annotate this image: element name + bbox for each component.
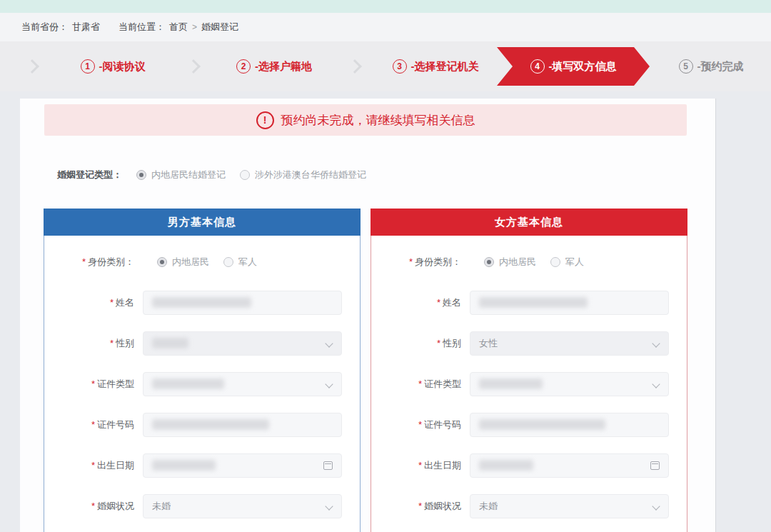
- groom-name-label: *姓名: [44, 296, 143, 309]
- bride-name-label: *姓名: [371, 296, 470, 309]
- required-asterisk: *: [437, 297, 440, 308]
- groom-name-input[interactable]: [143, 291, 342, 315]
- chevron-down-icon: [325, 380, 333, 388]
- groom-id-type-redacted-value: [152, 378, 224, 389]
- bride-gender-row: *性别女性: [371, 323, 687, 363]
- groom-identity-type-row: *身份类别：内地居民军人: [44, 241, 360, 282]
- groom-identity-type-option-1-label: 内地居民: [172, 256, 209, 268]
- step-3: 3-选择登记机关: [381, 59, 490, 74]
- bride-id-type-select[interactable]: [470, 372, 669, 396]
- bride-marital-status-row: *婚姻状况未婚: [371, 486, 687, 526]
- step-1-number-badge: 1: [81, 59, 95, 74]
- groom-birth-date-label: *出生日期: [44, 459, 143, 472]
- bride-gender-label: *性别: [371, 337, 470, 350]
- bride-name-input[interactable]: [470, 291, 669, 315]
- bride-identity-type-option-1-label: 内地居民: [499, 256, 536, 268]
- bride-id-number-input[interactable]: [470, 413, 669, 437]
- current-province-label: 当前省份：: [21, 21, 68, 34]
- step-2-label: -选择户籍地: [255, 60, 312, 74]
- groom-name-row: *姓名: [44, 282, 360, 323]
- bride-panel-title: 女方基本信息: [371, 209, 687, 236]
- groom-marital-status-label: *婚姻状况: [44, 500, 143, 513]
- required-asterisk: *: [91, 419, 95, 430]
- groom-panel-body: *身份类别：内地居民军人*姓名*性别*证件类型*证件号码*出生日期*婚姻状况未婚: [44, 236, 360, 532]
- registration-type-row: 婚姻登记类型： 内地居民结婚登记涉外涉港澳台华侨结婚登记: [57, 169, 366, 181]
- registration-type-option-1[interactable]: 内地居民结婚登记: [136, 169, 226, 181]
- required-asterisk: *: [110, 338, 114, 348]
- bride-identity-type-option-2[interactable]: 军人: [550, 256, 584, 268]
- chevron-down-icon: [652, 380, 660, 388]
- groom-identity-type-option-1[interactable]: 内地居民: [157, 256, 209, 268]
- bride-marital-status-select[interactable]: 未婚: [470, 494, 669, 518]
- groom-gender-redacted-value: [152, 338, 188, 348]
- groom-marital-status-select[interactable]: 未婚: [143, 494, 342, 518]
- required-asterisk: *: [418, 419, 422, 430]
- bride-id-type-label: *证件类型: [371, 378, 470, 391]
- bride-id-type-redacted-value: [479, 378, 543, 389]
- breadcrumb-home-link[interactable]: 首页: [169, 21, 188, 34]
- main-content-card: ! 预约尚未完成，请继续填写相关信息 婚姻登记类型： 内地居民结婚登记涉外涉港澳…: [20, 99, 716, 532]
- groom-birth-date-redacted-value: [152, 460, 216, 471]
- bride-id-number-redacted-value: [479, 419, 605, 430]
- registration-type-options: 内地居民结婚登记涉外涉港澳台华侨结婚登记: [122, 169, 366, 181]
- chevron-down-icon: [652, 502, 660, 510]
- step-4-number-badge: 4: [530, 59, 545, 74]
- groom-birth-date-input[interactable]: [143, 453, 342, 478]
- registration-type-option-2[interactable]: 涉外涉港澳台华侨结婚登记: [240, 169, 366, 181]
- groom-gender-row: *性别: [44, 323, 360, 363]
- groom-identity-type-option-2[interactable]: 军人: [223, 256, 257, 268]
- step-1: 1-阅读协议: [59, 59, 167, 74]
- groom-name-redacted-value: [152, 297, 251, 308]
- bride-identity-type-label: *身份类别：: [371, 256, 470, 268]
- chevron-down-icon: [325, 502, 333, 510]
- groom-identity-type-option-2-label: 军人: [238, 256, 257, 268]
- groom-extra-row: [44, 526, 360, 532]
- required-asterisk: *: [91, 460, 95, 471]
- required-asterisk: *: [82, 256, 86, 267]
- step-2: 2-选择户籍地: [220, 59, 328, 74]
- warning-exclamation-icon: !: [256, 111, 274, 129]
- bride-identity-type-option-1-circle-icon: [484, 257, 494, 267]
- groom-panel-title: 男方基本信息: [44, 209, 361, 236]
- required-asterisk: *: [418, 501, 422, 511]
- step-5-label: -预约完成: [697, 60, 744, 74]
- groom-panel: 男方基本信息*身份类别：内地居民军人*姓名*性别*证件类型*证件号码*出生日期*…: [44, 209, 361, 532]
- groom-identity-type-option-1-circle-icon: [157, 257, 167, 267]
- bride-birth-date-row: *出生日期: [371, 445, 687, 486]
- step-separator-chevron-icon: [186, 59, 201, 74]
- groom-id-type-select[interactable]: [143, 372, 342, 396]
- step-5: 5-预约完成: [657, 59, 765, 74]
- step-2-number-badge: 2: [236, 59, 251, 74]
- chevron-down-icon: [325, 339, 333, 347]
- bride-name-redacted-value: [479, 297, 588, 308]
- bride-birth-date-input[interactable]: [470, 453, 669, 478]
- bride-id-type-row: *证件类型: [371, 363, 687, 404]
- registration-type-option-2-label: 涉外涉港澳台华侨结婚登记: [255, 169, 366, 181]
- calendar-icon: [323, 461, 333, 470]
- bride-gender-select[interactable]: 女性: [470, 331, 669, 356]
- groom-id-type-label: *证件类型: [44, 378, 143, 391]
- step-4-label: -填写双方信息: [549, 60, 617, 74]
- groom-id-number-row: *证件号码: [44, 404, 360, 445]
- bride-identity-type-option-1[interactable]: 内地居民: [484, 256, 536, 268]
- registration-type-option-1-label: 内地居民结婚登记: [151, 169, 226, 181]
- step-separator-chevron-icon: [25, 59, 39, 74]
- required-asterisk: *: [110, 297, 114, 308]
- groom-id-type-row: *证件类型: [44, 363, 360, 404]
- step-4: 4-填写双方信息: [497, 47, 650, 86]
- bride-gender-value: 女性: [479, 337, 498, 350]
- groom-identity-type-label: *身份类别：: [44, 256, 143, 268]
- registration-type-label: 婚姻登记类型：: [57, 169, 122, 181]
- groom-id-number-input[interactable]: [143, 413, 342, 437]
- groom-id-number-label: *证件号码: [44, 418, 143, 431]
- registration-type-option-1-circle-icon: [136, 170, 146, 180]
- bride-marital-status-value: 未婚: [479, 500, 498, 513]
- step-3-number-badge: 3: [393, 59, 407, 74]
- bride-birth-date-redacted-value: [479, 460, 533, 471]
- step-3-label: -选择登记机关: [411, 60, 479, 74]
- bride-panel-body: *身份类别：内地居民军人*姓名*性别女性*证件类型*证件号码*出生日期*婚姻状况…: [371, 236, 687, 532]
- steps-bar: 1-阅读协议2-选择户籍地3-选择登记机关4-填写双方信息5-预约完成: [0, 41, 771, 91]
- step-5-number-badge: 5: [679, 59, 693, 74]
- required-asterisk: *: [418, 460, 422, 471]
- groom-gender-select[interactable]: [143, 331, 342, 356]
